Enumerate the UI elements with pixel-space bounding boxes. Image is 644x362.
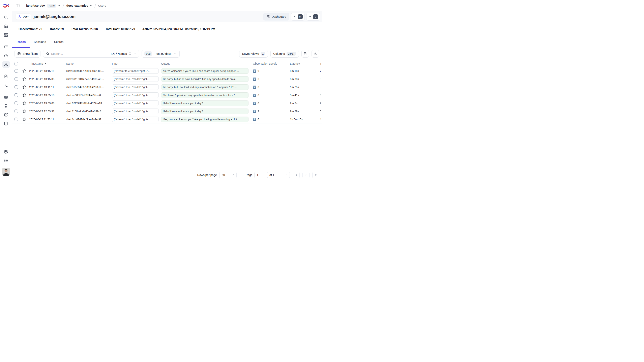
user-avatar[interactable] bbox=[2, 168, 10, 176]
output-cell[interactable]: You haven't provided any specific inform… bbox=[161, 92, 248, 98]
input-cell[interactable]: {"stream": true, "model": "gpt-… bbox=[112, 116, 159, 122]
input-cell[interactable]: {"stream": true, "model": "gpt-… bbox=[112, 92, 159, 98]
row-checkbox[interactable] bbox=[14, 94, 18, 97]
next-item-button[interactable]: J bbox=[306, 13, 320, 20]
tab-scores[interactable]: Scores bbox=[50, 36, 68, 48]
sidebar-item-insights[interactable] bbox=[2, 102, 10, 110]
sidebar-item-playground[interactable] bbox=[2, 82, 10, 89]
output-cell[interactable]: You’re welcome! If you’d like, I can sha… bbox=[161, 68, 248, 74]
first-page-button[interactable] bbox=[283, 172, 290, 178]
column-header-name[interactable]: Name bbox=[66, 62, 112, 65]
row-checkbox[interactable] bbox=[14, 69, 18, 73]
rows-per-page-select[interactable]: 50 bbox=[219, 172, 236, 178]
row-checkbox[interactable] bbox=[14, 110, 18, 113]
output-cell[interactable]: Yes, how can I assist you? Are you havin… bbox=[161, 116, 248, 122]
select-all-checkbox[interactable] bbox=[14, 62, 18, 66]
info-level-icon bbox=[253, 70, 256, 73]
row-height-button[interactable] bbox=[302, 50, 309, 58]
column-header-observation-levels[interactable]: Observation Levels bbox=[252, 62, 289, 65]
sidebar-item-evaluation[interactable] bbox=[2, 94, 10, 101]
favorite-star-icon[interactable] bbox=[22, 77, 26, 81]
next-page-button[interactable] bbox=[302, 172, 310, 178]
date-range-label: Past 90 days bbox=[154, 52, 171, 55]
column-header-tokens[interactable]: T bbox=[318, 62, 322, 65]
export-button[interactable] bbox=[312, 50, 319, 58]
trace-name-cell[interactable]: chat:330bd4e7-d869-4b2f-80… bbox=[66, 70, 112, 72]
input-cell[interactable]: {"stream": true, "model": "gpt-… bbox=[112, 108, 159, 114]
favorite-star-icon[interactable] bbox=[22, 109, 26, 113]
sidebar-item-search[interactable] bbox=[2, 14, 10, 21]
input-cell[interactable]: {"stream": true, "model": "gpt-… bbox=[112, 100, 159, 106]
tab-sessions[interactable]: Sessions bbox=[30, 36, 50, 48]
input-cell[interactable]: {"stream": true, "model": "gpt-… bbox=[112, 84, 159, 90]
chevron-down-icon[interactable] bbox=[90, 4, 92, 7]
sidebar-item-users[interactable] bbox=[2, 61, 10, 68]
breadcrumb-section[interactable]: docs-examples bbox=[66, 4, 88, 7]
sidebar-toggle-icon[interactable] bbox=[15, 4, 20, 8]
prev-item-button[interactable]: K bbox=[291, 13, 305, 20]
saved-views-button[interactable]: Saved Views 1 bbox=[239, 50, 268, 58]
columns-button[interactable]: Columns 25/37 bbox=[270, 50, 299, 58]
sidebar-item-dashboards[interactable] bbox=[2, 31, 10, 38]
breadcrumb-project[interactable]: langfuse-dev bbox=[26, 4, 45, 7]
sidebar-item-support[interactable] bbox=[2, 157, 10, 164]
trace-name-cell[interactable]: chat:3611931b-bc77-49c5-a8… bbox=[66, 78, 112, 80]
favorite-star-icon[interactable] bbox=[22, 101, 26, 105]
trace-name-cell[interactable]: chat:1cb67476-b5ce-4c4a-92… bbox=[66, 118, 112, 121]
sidebar-item-sessions[interactable] bbox=[2, 52, 10, 59]
main-content: User jannik@langfuse.com Dashboard K J bbox=[12, 11, 322, 181]
rows-icon bbox=[304, 52, 307, 55]
sort-desc-icon bbox=[44, 62, 46, 65]
favorite-star-icon[interactable] bbox=[22, 69, 26, 73]
sidebar-item-tracing[interactable] bbox=[2, 43, 10, 50]
date-range-picker[interactable]: 90d Past 90 days bbox=[142, 50, 180, 58]
saved-views-count: 1 bbox=[261, 52, 265, 56]
search-input[interactable] bbox=[51, 52, 109, 55]
favorite-star-icon[interactable] bbox=[22, 85, 26, 89]
tab-traces[interactable]: Traces bbox=[12, 36, 30, 48]
keyboard-key-j: J bbox=[313, 14, 318, 19]
sidebar-item-prompts[interactable] bbox=[2, 73, 10, 80]
row-checkbox[interactable] bbox=[14, 85, 18, 89]
table-row[interactable]: 2025-08-22 13:15:03 chat:3611931b-bc77-4… bbox=[12, 75, 322, 83]
output-cell[interactable]: Hello! How can I assist you today? bbox=[161, 108, 248, 114]
row-checkbox[interactable] bbox=[14, 77, 18, 81]
output-cell[interactable]: I'm sorry, but as of now, I couldn't fin… bbox=[161, 76, 248, 82]
chevron-down-icon[interactable] bbox=[58, 4, 60, 7]
search-scope-dropdown[interactable]: IDs / Names bbox=[111, 52, 136, 55]
sidebar-item-datasets[interactable] bbox=[2, 120, 10, 127]
column-header-output[interactable]: Output bbox=[161, 62, 252, 65]
show-filters-button[interactable]: Show filters bbox=[14, 50, 40, 58]
table-row[interactable]: 2025-08-22 13:05:18 chat:ec685f77-7374-4… bbox=[12, 91, 322, 99]
trace-name-cell[interactable]: chat:02f63f47-87b2-4377-a1ff… bbox=[66, 102, 112, 105]
table-row[interactable]: 2025-08-22 11:53:11 chat:1cb67476-b5ce-4… bbox=[12, 115, 322, 124]
table-row[interactable]: 2025-08-22 13:03:08 chat:02f63f47-87b2-4… bbox=[12, 99, 322, 107]
sidebar-item-home[interactable] bbox=[2, 22, 10, 30]
trace-name-cell[interactable]: chat:116fbfdc-0fd3-41af-99c8… bbox=[66, 110, 112, 113]
output-cell[interactable]: Hello! How can I assist you today? bbox=[161, 100, 248, 106]
trace-name-cell[interactable]: chat:513e84e9-9039-42d0-bf… bbox=[66, 86, 112, 88]
stat-total-tokens: Total Tokens: 2.39K bbox=[71, 28, 98, 30]
input-cell[interactable]: {"stream": true, "model": "gpt-… bbox=[112, 76, 159, 82]
column-header-input[interactable]: Input bbox=[112, 62, 161, 65]
favorite-star-icon[interactable] bbox=[22, 118, 26, 121]
row-checkbox[interactable] bbox=[14, 118, 18, 121]
input-cell[interactable]: {"stream":true,"model":"gpt-5",… bbox=[112, 68, 159, 74]
dashboard-button[interactable]: Dashboard bbox=[263, 13, 290, 20]
page-number-input[interactable] bbox=[254, 172, 268, 178]
output-cell[interactable]: I'm sorry, but I couldn't find any infor… bbox=[161, 84, 248, 90]
latency-cell: 9m 29s bbox=[289, 110, 318, 113]
square-percent-icon bbox=[4, 95, 8, 99]
trace-name-cell[interactable]: chat:ec685f77-7374-427c-a6… bbox=[66, 94, 112, 97]
row-checkbox[interactable] bbox=[14, 102, 18, 105]
last-page-button[interactable] bbox=[312, 172, 320, 178]
column-header-latency[interactable]: Latency bbox=[289, 62, 318, 65]
table-row[interactable]: 2025-08-22 13:11:11 chat:513e84e9-9039-4… bbox=[12, 83, 322, 91]
sidebar-item-annotation[interactable] bbox=[2, 111, 10, 118]
column-header-timestamp[interactable]: Timestamp bbox=[28, 62, 66, 65]
sidebar-item-settings[interactable] bbox=[2, 148, 10, 155]
prev-page-button[interactable] bbox=[292, 172, 300, 178]
table-row[interactable]: 2025-08-22 12:53:31 chat:116fbfdc-0fd3-4… bbox=[12, 107, 322, 115]
table-row[interactable]: 2025-08-22 13:15:19 chat:330bd4e7-d869-4… bbox=[12, 67, 322, 75]
favorite-star-icon[interactable] bbox=[22, 93, 26, 97]
